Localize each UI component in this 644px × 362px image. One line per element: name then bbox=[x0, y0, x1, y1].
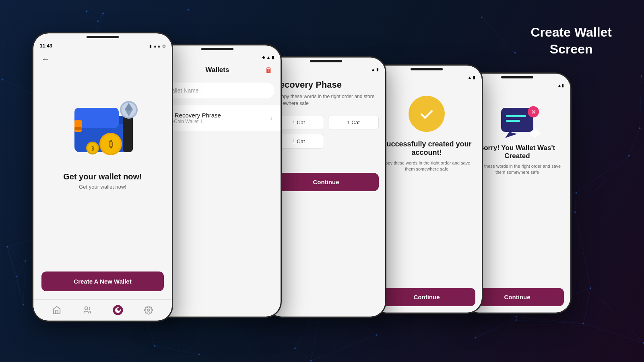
bottom-nav-1 bbox=[33, 299, 172, 321]
nav-wallet[interactable] bbox=[112, 304, 124, 316]
nav-settings[interactable] bbox=[143, 304, 154, 316]
create-wallet-button[interactable]: Create A New Wallet bbox=[41, 272, 164, 291]
success-checkmark-icon bbox=[409, 96, 445, 132]
phones-container: 11:43 ▮ ▲▲ ⊙ ← bbox=[16, 20, 628, 354]
error-title: Sorry! You Wallet Was't Created bbox=[471, 144, 564, 160]
phone-4-screen: ▲ ▮ Successfully created your account! c… bbox=[372, 66, 482, 313]
svg-text:✕: ✕ bbox=[531, 109, 536, 115]
error-illustration: ✕ bbox=[497, 104, 537, 136]
p4-content: Successfully created your account! copy … bbox=[372, 81, 482, 313]
recovery-row[interactable]: See Recovery Phrase Multi-Coin Wallet 1 … bbox=[154, 105, 281, 131]
continue-btn-5[interactable]: Continue bbox=[471, 288, 564, 306]
nav-home[interactable] bbox=[51, 304, 62, 316]
recovery-title: Recovery Phase bbox=[273, 80, 379, 90]
error-desc: copy these words in the right order and … bbox=[471, 163, 564, 176]
svg-point-19 bbox=[118, 308, 120, 311]
phone-1: 11:43 ▮ ▲▲ ⊙ ← bbox=[32, 32, 173, 322]
svg-point-20 bbox=[147, 309, 150, 311]
back-arrow[interactable]: ← bbox=[41, 54, 50, 64]
notch-3 bbox=[310, 60, 342, 62]
seed-words-grid: 1 Cat 1 Cat 1 Cat bbox=[273, 115, 379, 149]
status-bar-3: ▲ ▮ bbox=[267, 64, 385, 73]
success-desc: copy these words in the right order and … bbox=[378, 160, 475, 173]
signal-2: ▲ bbox=[266, 55, 270, 60]
status-bar-1: 11:43 ▮ ▲▲ ⊙ bbox=[33, 40, 172, 50]
wifi-2: ◈ bbox=[262, 55, 265, 60]
page-title: Create Wallet Screen bbox=[530, 24, 612, 58]
notch-1 bbox=[87, 36, 119, 38]
status-icons-2: ◈ ▲ ▮ bbox=[262, 55, 274, 60]
chevron-right-icon: › bbox=[270, 115, 272, 122]
svg-text:₿: ₿ bbox=[91, 146, 94, 152]
svg-text:₿: ₿ bbox=[109, 139, 113, 149]
phone-3-screen: ▲ ▮ Recovery Phase or copy these words i… bbox=[267, 58, 385, 317]
p3-content: Recovery Phase or copy these words in th… bbox=[267, 73, 385, 317]
status-icons-1: ▮ ▲▲ ⊙ bbox=[149, 44, 165, 48]
wallet-illustration: ₿ ₿ bbox=[58, 76, 147, 164]
recovery-desc: or copy these words in the right order a… bbox=[273, 93, 379, 107]
battery-icon: ▮ bbox=[149, 44, 152, 48]
p1-content: ← bbox=[33, 50, 172, 299]
wallets-title: Wallets bbox=[206, 66, 229, 74]
wallet-heading: Get your wallet now! bbox=[63, 172, 142, 181]
svg-rect-23 bbox=[506, 115, 526, 117]
continue-btn-4[interactable]: Continue bbox=[378, 288, 475, 306]
wallet-subtext: Get your wallet now! bbox=[79, 184, 126, 190]
p2-header: Wallets 🗑 bbox=[154, 61, 281, 79]
delete-icon[interactable]: 🗑 bbox=[265, 66, 272, 74]
notch-2 bbox=[201, 48, 233, 50]
phone-1-screen: 11:43 ▮ ▲▲ ⊙ ← bbox=[33, 33, 172, 321]
battery-2: ▮ bbox=[272, 55, 274, 60]
seed-word-2: 1 Cat bbox=[328, 115, 379, 130]
wallet-name-input[interactable]: Wallet Name bbox=[161, 83, 274, 98]
svg-point-21 bbox=[417, 104, 437, 124]
status-bar-4: ▲ ▮ bbox=[372, 72, 482, 81]
phone-2-screen: ◈ ▲ ▮ Wallets 🗑 Wallet Name See Recovery… bbox=[154, 45, 281, 317]
success-title: Successfully created your account! bbox=[378, 140, 475, 157]
status-bar-2: ◈ ▲ ▮ bbox=[154, 52, 281, 61]
notch-4 bbox=[411, 68, 443, 70]
signal-icon: ▲▲ bbox=[153, 44, 161, 48]
svg-rect-4 bbox=[74, 127, 82, 130]
status-icons-3: ▲ ▮ bbox=[371, 67, 379, 72]
svg-marker-25 bbox=[505, 132, 517, 138]
nav-users[interactable] bbox=[82, 304, 93, 316]
svg-point-16 bbox=[85, 307, 88, 310]
continue-btn-3[interactable]: Continue bbox=[273, 173, 379, 191]
notch-5 bbox=[501, 76, 533, 78]
phone-4: ▲ ▮ Successfully created your account! c… bbox=[370, 64, 483, 314]
time-1: 11:43 bbox=[40, 43, 52, 49]
svg-rect-24 bbox=[506, 120, 520, 122]
wifi-icon: ⊙ bbox=[162, 44, 165, 48]
phone-3: ▲ ▮ Recovery Phase or copy these words i… bbox=[266, 56, 386, 318]
p2-content: Wallets 🗑 Wallet Name See Recovery Phras… bbox=[154, 61, 281, 317]
